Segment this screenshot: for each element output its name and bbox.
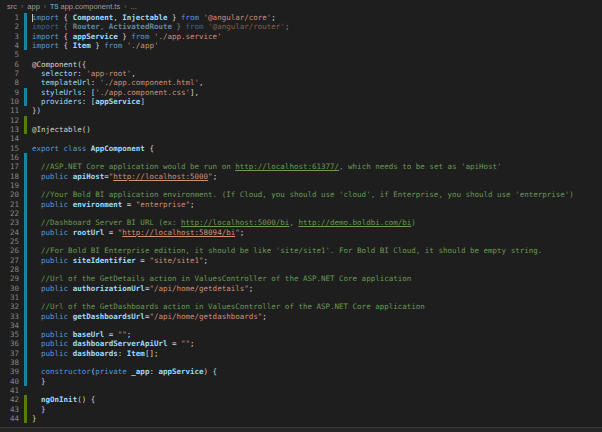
git-modified-indicator (24, 162, 27, 171)
git-modified-indicator (24, 209, 27, 218)
line-number: 4 (0, 41, 24, 50)
code-line[interactable]: 16 (0, 153, 602, 162)
code-line[interactable]: 25 (0, 237, 602, 246)
code-line[interactable]: 1import { Component, Injectable } from '… (0, 13, 602, 22)
code-line[interactable]: 40 } (0, 377, 602, 386)
code-line[interactable]: 35 public baseUrl = ""; (0, 330, 602, 339)
code-editor[interactable]: 1import { Component, Injectable } from '… (0, 13, 602, 427)
code-token: import (32, 41, 59, 50)
git-modified-indicator (24, 293, 27, 302)
code-token: siteIdentifier (73, 256, 136, 265)
code-token (32, 172, 41, 181)
code-token: , which needs to be set as 'apiHost' (339, 162, 502, 171)
line-number: 2 (0, 22, 24, 31)
code-line[interactable]: 21 public environment = "enterprise"; (0, 200, 602, 209)
line-number: 30 (0, 284, 24, 293)
code-line[interactable]: 12 (0, 116, 602, 125)
code-line[interactable]: 6@Component({ (0, 60, 602, 69)
code-token: { (59, 32, 73, 41)
code-line[interactable]: 8 templateUrl: './app.component.html', (0, 78, 602, 87)
code-text: public getDashboardsUrl="/api/home/getda… (32, 312, 267, 321)
code-text: @Component({ (32, 60, 86, 69)
code-line[interactable]: 27 public siteIdentifier = "site/site1"; (0, 256, 602, 265)
git-modified-indicator (24, 200, 27, 209)
git-gutter (24, 69, 27, 78)
breadcrumb-item-app[interactable]: app (27, 2, 40, 11)
code-text: //Url of the GetDashboards action in Val… (32, 302, 425, 311)
code-line[interactable]: 44} (0, 414, 602, 423)
code-line[interactable]: 42 ngOnInit() { (0, 395, 602, 404)
line-number: 29 (0, 274, 24, 283)
code-line[interactable]: 38 (0, 358, 602, 367)
git-gutter (24, 134, 27, 143)
code-line[interactable]: 11}) (0, 106, 602, 115)
code-line[interactable]: 31 (0, 293, 602, 302)
code-token: providers (41, 97, 82, 106)
code-line[interactable]: 23 //Dashboard Server BI URL (ex: http:/… (0, 218, 602, 227)
line-number: 7 (0, 69, 24, 78)
code-token (32, 97, 41, 106)
line-number: 41 (0, 386, 24, 395)
code-line[interactable]: 3import { appService } from './app.servi… (0, 32, 602, 41)
code-token: baseUrl (73, 330, 105, 339)
code-line[interactable]: 39 constructor(private _app: appService)… (0, 367, 602, 376)
code-token: private (95, 367, 127, 376)
code-token: //Url of the GetDashboards action in Val… (41, 302, 425, 311)
code-line[interactable]: 28 (0, 265, 602, 274)
breadcrumb-item-symbol[interactable]: ... (130, 2, 136, 11)
code-line[interactable]: 18 public apiHost="http://localhost:5000… (0, 172, 602, 181)
code-token: //Dashboard Server BI URL (ex: (41, 218, 181, 227)
code-token: public (41, 200, 68, 209)
code-line[interactable]: 33 public getDashboardsUrl="/api/home/ge… (0, 312, 602, 321)
code-line[interactable]: 36 public dashboardServerApiUrl = ""; (0, 339, 602, 348)
code-token: //ASP.NET Core application would be run … (41, 162, 235, 171)
code-line[interactable]: 15export class AppComponent { (0, 144, 602, 153)
code-token: , (131, 69, 136, 78)
code-line[interactable]: 29 //Url of the GetDetails action in Val… (0, 274, 602, 283)
code-text: } (32, 405, 46, 414)
code-line[interactable]: 19 (0, 181, 602, 190)
code-token: ; (213, 172, 218, 181)
code-line[interactable]: 7 selector: 'app-root', (0, 69, 602, 78)
line-number: 44 (0, 414, 24, 423)
code-line[interactable]: 4import { Item } from './app' (0, 41, 602, 50)
code-token: ; (127, 330, 132, 339)
git-modified-indicator (24, 246, 27, 255)
breadcrumb-item-src[interactable]: src (7, 2, 17, 11)
code-line[interactable]: 5 (0, 50, 602, 59)
code-token: AppComponent (91, 144, 145, 153)
code-token: Item (73, 41, 91, 50)
line-number: 21 (0, 200, 24, 209)
code-line[interactable]: 24 public rootUrl = "http://localhost:58… (0, 228, 602, 237)
code-line[interactable]: 20 //Your Bold BI application environmen… (0, 190, 602, 199)
breadcrumb-item-file[interactable]: app.component.ts (61, 2, 121, 11)
code-line[interactable]: 30 public authorizationUrl="/api/home/ge… (0, 284, 602, 293)
code-line[interactable]: 2import { Router, ActivatedRoute } from … (0, 22, 602, 31)
code-line[interactable]: 26 //For Bold BI Enterprise edition, it … (0, 246, 602, 255)
code-token: //For Bold BI Enterprise edition, it sho… (41, 246, 542, 255)
code-text: public baseUrl = ""; (32, 330, 131, 339)
code-line[interactable]: 41 (0, 386, 602, 395)
code-token: = (104, 330, 118, 339)
code-token: from (181, 13, 199, 22)
code-token: ) { (204, 367, 218, 376)
code-token: ; (249, 284, 254, 293)
code-line[interactable]: 37 public dashboards: Item[]; (0, 349, 602, 358)
code-line[interactable]: 34 (0, 321, 602, 330)
chevron-right-icon: › (44, 3, 46, 10)
code-token (32, 339, 41, 348)
code-token: "/api/home/getdetails" (149, 284, 248, 293)
code-token: } (32, 377, 46, 386)
code-token: { (59, 22, 73, 31)
code-line[interactable]: 10 providers: [appService] (0, 97, 602, 106)
code-text: public rootUrl = "http://localhost:58094… (32, 228, 244, 237)
code-line[interactable]: 22 (0, 209, 602, 218)
code-line[interactable]: 14 (0, 134, 602, 143)
code-line[interactable]: 17 //ASP.NET Core application would be r… (0, 162, 602, 171)
line-number: 15 (0, 144, 24, 153)
code-line[interactable]: 13@Injectable() (0, 125, 602, 134)
code-line[interactable]: 32 //Url of the GetDashboards action in … (0, 302, 602, 311)
code-line[interactable]: 43 } (0, 405, 602, 414)
code-line[interactable]: 9 styleUrls: ['./app.component.css'], (0, 88, 602, 97)
code-text: //ASP.NET Core application would be run … (32, 162, 502, 171)
